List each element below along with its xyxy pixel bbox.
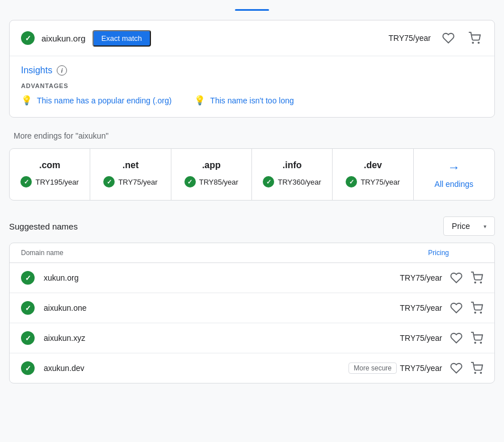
svg-point-1 bbox=[478, 42, 479, 43]
advantage-text-2: This name isn't too long bbox=[210, 96, 293, 105]
svg-point-9 bbox=[480, 372, 481, 373]
row-domain-4: axukun.dev bbox=[44, 364, 343, 373]
table-row: axukun.dev More secure TRY75/year bbox=[10, 353, 494, 383]
sort-label: Price bbox=[452, 222, 470, 231]
row-price-4: TRY75/year bbox=[397, 364, 442, 373]
row-right-3: TRY75/year bbox=[397, 332, 483, 344]
insights-label: Insights bbox=[21, 65, 52, 76]
row-badge-4: More secure bbox=[348, 362, 397, 374]
row-right-1: TRY75/year bbox=[397, 272, 483, 284]
advantage-item-2: 💡 This name isn't too long bbox=[194, 95, 293, 106]
all-endings-arrow-icon: → bbox=[448, 160, 460, 175]
endings-grid: .com TRY195/year .net TRY75/year .app TR… bbox=[9, 148, 495, 201]
ending-name-info: .info bbox=[283, 160, 302, 170]
ending-price-row-net: TRY75/year bbox=[103, 176, 157, 187]
ending-cell-info[interactable]: .info TRY360/year bbox=[252, 149, 333, 200]
check-icon-net bbox=[103, 176, 115, 187]
check-icon bbox=[21, 31, 35, 45]
ending-name-app: .app bbox=[202, 160, 221, 170]
svg-point-8 bbox=[474, 372, 476, 373]
row-right-4: TRY75/year bbox=[397, 362, 483, 374]
ending-price-row-info: TRY360/year bbox=[263, 176, 321, 187]
svg-point-2 bbox=[474, 282, 476, 283]
ending-price-row-app: TRY85/year bbox=[184, 176, 238, 187]
row-check-2 bbox=[21, 301, 35, 315]
svg-point-5 bbox=[480, 312, 481, 313]
ending-price-net: TRY75/year bbox=[118, 178, 157, 186]
table-row: aixukun.xyz TRY75/year bbox=[10, 323, 494, 353]
svg-point-7 bbox=[480, 342, 481, 343]
exact-match-badge[interactable]: Exact match bbox=[93, 30, 152, 47]
svg-point-4 bbox=[474, 312, 476, 313]
ending-price-com: TRY195/year bbox=[35, 178, 78, 186]
ending-price-dev: TRY75/year bbox=[360, 178, 400, 186]
progress-bar-container bbox=[9, 9, 495, 11]
row-price-2: TRY75/year bbox=[397, 303, 442, 312]
info-icon[interactable]: i bbox=[57, 65, 67, 76]
ending-price-row-com: TRY195/year bbox=[20, 176, 78, 187]
advantage-text-1: This name has a popular ending (.org) bbox=[37, 96, 171, 105]
svg-point-6 bbox=[474, 342, 476, 343]
ending-cell-net[interactable]: .net TRY75/year bbox=[90, 149, 171, 200]
ending-cell-app[interactable]: .app TRY85/year bbox=[171, 149, 252, 200]
col-header-domain: Domain name bbox=[21, 249, 64, 257]
row-domain-1: xukun.org bbox=[44, 273, 397, 282]
table-row: xukun.org TRY75/year bbox=[10, 263, 494, 293]
bulb-icon-2: 💡 bbox=[194, 95, 205, 106]
row-price-3: TRY75/year bbox=[397, 333, 442, 343]
suggested-names-title: Suggested names bbox=[9, 222, 78, 231]
advantages-list: 💡 This name has a popular ending (.org) … bbox=[21, 95, 483, 106]
progress-bar bbox=[235, 9, 269, 11]
row-check-4 bbox=[21, 361, 35, 375]
all-endings-label: All endings bbox=[435, 180, 474, 189]
ending-name-dev: .dev bbox=[364, 160, 382, 170]
all-endings-cell[interactable]: → All endings bbox=[414, 149, 494, 200]
price-sort-dropdown[interactable]: Price ▾ bbox=[443, 216, 495, 236]
row-right-2: TRY75/year bbox=[397, 302, 483, 314]
check-icon-info bbox=[263, 176, 274, 187]
exact-match-header: aixukun.org Exact match TRY75/year bbox=[10, 20, 494, 56]
row-wishlist-1[interactable] bbox=[450, 272, 463, 284]
ending-price-row-dev: TRY75/year bbox=[346, 176, 400, 187]
exact-match-card: aixukun.org Exact match TRY75/year bbox=[9, 20, 495, 118]
insights-title-row: Insights i bbox=[21, 65, 483, 76]
row-cart-3[interactable] bbox=[471, 332, 483, 344]
wishlist-button[interactable] bbox=[440, 30, 457, 47]
ending-cell-dev[interactable]: .dev TRY75/year bbox=[333, 149, 413, 200]
row-check-3 bbox=[21, 331, 35, 345]
check-icon-dev bbox=[346, 176, 357, 187]
ending-name-net: .net bbox=[123, 160, 138, 170]
suggested-names-table: Domain name Pricing xukun.org TRY75/year bbox=[9, 243, 495, 383]
row-cart-2[interactable] bbox=[471, 302, 483, 314]
ending-cell-com[interactable]: .com TRY195/year bbox=[10, 149, 90, 200]
page-container: aixukun.org Exact match TRY75/year bbox=[0, 0, 504, 393]
row-cart-1[interactable] bbox=[471, 272, 483, 284]
suggested-header: Suggested names Price ▾ bbox=[9, 216, 495, 236]
insights-section: Insights i ADVANTAGES 💡 This name has a … bbox=[10, 56, 494, 117]
advantages-heading: ADVANTAGES bbox=[21, 82, 483, 89]
svg-point-0 bbox=[472, 42, 473, 43]
check-icon-app bbox=[184, 176, 196, 187]
advantage-item-1: 💡 This name has a popular ending (.org) bbox=[21, 95, 171, 106]
add-to-cart-button[interactable] bbox=[466, 30, 483, 47]
row-price-1: TRY75/year bbox=[397, 273, 442, 282]
col-header-pricing: Pricing bbox=[428, 249, 449, 257]
row-wishlist-2[interactable] bbox=[450, 302, 463, 314]
row-domain-2: aixukun.one bbox=[44, 303, 397, 312]
row-domain-3: aixukun.xyz bbox=[44, 333, 397, 343]
header-right: TRY75/year bbox=[389, 30, 483, 47]
row-wishlist-4[interactable] bbox=[450, 362, 463, 374]
ending-price-info: TRY360/year bbox=[278, 178, 321, 186]
table-header: Domain name Pricing bbox=[10, 243, 494, 263]
row-cart-4[interactable] bbox=[471, 362, 483, 374]
more-endings-label: More endings for "aixukun" bbox=[11, 131, 111, 140]
ending-name-com: .com bbox=[39, 160, 60, 170]
check-icon-com bbox=[20, 176, 32, 187]
svg-point-3 bbox=[480, 282, 481, 283]
dropdown-arrow-icon: ▾ bbox=[484, 223, 486, 230]
row-wishlist-3[interactable] bbox=[450, 332, 463, 344]
exact-match-domain: aixukun.org bbox=[41, 34, 86, 43]
exact-match-price: TRY75/year bbox=[389, 34, 431, 43]
ending-price-app: TRY85/year bbox=[199, 178, 238, 186]
table-row: aixukun.one TRY75/year bbox=[10, 293, 494, 323]
